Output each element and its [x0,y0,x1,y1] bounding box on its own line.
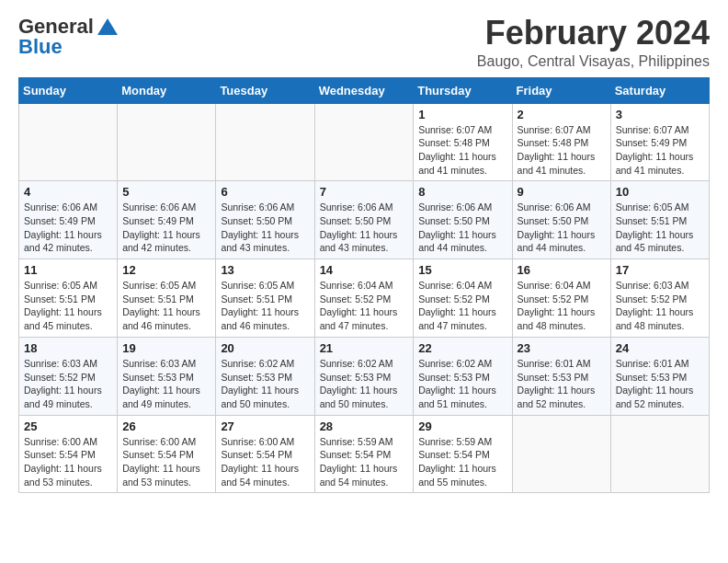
calendar-week-3: 11Sunrise: 6:05 AM Sunset: 5:51 PM Dayli… [19,259,710,338]
day-number: 10 [616,185,704,199]
day-number: 20 [221,341,309,355]
day-number: 8 [418,185,506,199]
day-number: 17 [616,263,704,277]
calendar-header-row: SundayMondayTuesdayWednesdayThursdayFrid… [19,77,710,103]
cell-info: Sunrise: 6:02 AM Sunset: 5:53 PM Dayligh… [320,357,409,411]
logo-icon [97,18,118,35]
cell-info: Sunrise: 5:59 AM Sunset: 5:54 PM Dayligh… [320,435,409,489]
cell-info: Sunrise: 6:07 AM Sunset: 5:48 PM Dayligh… [518,123,606,178]
cell-info: Sunrise: 6:02 AM Sunset: 5:53 PM Dayligh… [418,357,506,411]
cell-info: Sunrise: 6:04 AM Sunset: 5:52 PM Dayligh… [518,279,606,333]
calendar-cell: 12Sunrise: 6:05 AM Sunset: 5:51 PM Dayli… [118,259,216,338]
day-number: 29 [418,419,506,433]
weekday-header-tuesday: Tuesday [216,77,314,103]
calendar-cell: 20Sunrise: 6:02 AM Sunset: 5:53 PM Dayli… [216,337,314,415]
calendar-cell: 21Sunrise: 6:02 AM Sunset: 5:53 PM Dayli… [314,337,414,415]
calendar-cell: 4Sunrise: 6:06 AM Sunset: 5:49 PM Daylig… [19,181,118,259]
day-number: 1 [418,108,506,121]
calendar-cell: 29Sunrise: 5:59 AM Sunset: 5:54 PM Dayli… [414,415,512,493]
calendar-cell: 22Sunrise: 6:02 AM Sunset: 5:53 PM Dayli… [414,337,512,415]
cell-info: Sunrise: 6:02 AM Sunset: 5:53 PM Dayligh… [221,357,309,411]
calendar-week-1: 1Sunrise: 6:07 AM Sunset: 5:48 PM Daylig… [19,103,710,181]
month-title: February 2024 [477,15,710,52]
day-number: 11 [24,263,112,277]
cell-info: Sunrise: 6:01 AM Sunset: 5:53 PM Dayligh… [616,357,704,411]
day-number: 22 [418,341,506,355]
calendar-cell: 2Sunrise: 6:07 AM Sunset: 5:48 PM Daylig… [512,103,610,181]
cell-info: Sunrise: 6:05 AM Sunset: 5:51 PM Dayligh… [122,279,210,333]
day-number: 4 [24,185,112,199]
cell-info: Sunrise: 6:05 AM Sunset: 5:51 PM Dayligh… [221,279,309,333]
day-number: 26 [122,419,210,433]
calendar-cell: 1Sunrise: 6:07 AM Sunset: 5:48 PM Daylig… [414,103,512,181]
calendar-cell [610,415,709,493]
calendar-cell: 9Sunrise: 6:06 AM Sunset: 5:50 PM Daylig… [512,181,610,259]
cell-info: Sunrise: 6:00 AM Sunset: 5:54 PM Dayligh… [122,435,210,489]
page-header: General Blue February 2024 Baugo, Centra… [18,15,710,70]
cell-info: Sunrise: 6:06 AM Sunset: 5:49 PM Dayligh… [24,201,112,255]
day-number: 9 [518,185,606,199]
cell-info: Sunrise: 5:59 AM Sunset: 5:54 PM Dayligh… [418,435,506,489]
cell-info: Sunrise: 6:06 AM Sunset: 5:49 PM Dayligh… [122,201,210,255]
day-number: 19 [122,341,210,355]
cell-info: Sunrise: 6:03 AM Sunset: 5:52 PM Dayligh… [24,357,112,411]
day-number: 2 [518,108,606,121]
cell-info: Sunrise: 6:05 AM Sunset: 5:51 PM Dayligh… [24,279,112,333]
cell-info: Sunrise: 6:03 AM Sunset: 5:53 PM Dayligh… [122,357,210,411]
cell-info: Sunrise: 6:06 AM Sunset: 5:50 PM Dayligh… [518,201,606,255]
day-number: 13 [221,263,309,277]
weekday-header-saturday: Saturday [610,77,709,103]
calendar-cell: 18Sunrise: 6:03 AM Sunset: 5:52 PM Dayli… [19,337,118,415]
calendar-cell: 8Sunrise: 6:06 AM Sunset: 5:50 PM Daylig… [414,181,512,259]
calendar-cell: 27Sunrise: 6:00 AM Sunset: 5:54 PM Dayli… [216,415,314,493]
calendar-cell: 17Sunrise: 6:03 AM Sunset: 5:52 PM Dayli… [610,259,709,338]
weekday-header-wednesday: Wednesday [314,77,414,103]
cell-info: Sunrise: 6:06 AM Sunset: 5:50 PM Dayligh… [418,201,506,255]
calendar-cell: 26Sunrise: 6:00 AM Sunset: 5:54 PM Dayli… [118,415,216,493]
calendar-week-5: 25Sunrise: 6:00 AM Sunset: 5:54 PM Dayli… [19,415,710,493]
calendar-cell [118,103,216,181]
logo-blue: Blue [18,35,63,59]
title-area: February 2024 Baugo, Central Visayas, Ph… [477,15,710,70]
cell-info: Sunrise: 6:04 AM Sunset: 5:52 PM Dayligh… [320,279,409,333]
day-number: 14 [320,263,409,277]
day-number: 15 [418,263,506,277]
day-number: 23 [518,341,606,355]
calendar-table: SundayMondayTuesdayWednesdayThursdayFrid… [18,77,710,494]
cell-info: Sunrise: 6:07 AM Sunset: 5:48 PM Dayligh… [418,123,506,178]
day-number: 25 [24,419,112,433]
cell-info: Sunrise: 6:03 AM Sunset: 5:52 PM Dayligh… [616,279,704,333]
cell-info: Sunrise: 6:00 AM Sunset: 5:54 PM Dayligh… [221,435,309,489]
weekday-header-friday: Friday [512,77,610,103]
calendar-cell: 19Sunrise: 6:03 AM Sunset: 5:53 PM Dayli… [118,337,216,415]
calendar-cell: 15Sunrise: 6:04 AM Sunset: 5:52 PM Dayli… [414,259,512,338]
day-number: 5 [122,185,210,199]
day-number: 18 [24,341,112,355]
calendar-cell [216,103,314,181]
day-number: 21 [320,341,409,355]
calendar-cell: 25Sunrise: 6:00 AM Sunset: 5:54 PM Dayli… [19,415,118,493]
calendar-cell: 23Sunrise: 6:01 AM Sunset: 5:53 PM Dayli… [512,337,610,415]
cell-info: Sunrise: 6:07 AM Sunset: 5:49 PM Dayligh… [616,123,704,178]
calendar-cell: 24Sunrise: 6:01 AM Sunset: 5:53 PM Dayli… [610,337,709,415]
day-number: 28 [320,419,409,433]
weekday-header-sunday: Sunday [19,77,118,103]
calendar-cell [19,103,118,181]
calendar-cell [314,103,414,181]
calendar-week-2: 4Sunrise: 6:06 AM Sunset: 5:49 PM Daylig… [19,181,710,259]
calendar-cell: 16Sunrise: 6:04 AM Sunset: 5:52 PM Dayli… [512,259,610,338]
day-number: 27 [221,419,309,433]
cell-info: Sunrise: 6:00 AM Sunset: 5:54 PM Dayligh… [24,435,112,489]
calendar-cell: 3Sunrise: 6:07 AM Sunset: 5:49 PM Daylig… [610,103,709,181]
day-number: 3 [616,108,704,121]
calendar-cell: 10Sunrise: 6:05 AM Sunset: 5:51 PM Dayli… [610,181,709,259]
logo: General Blue [18,15,118,59]
cell-info: Sunrise: 6:05 AM Sunset: 5:51 PM Dayligh… [616,201,704,255]
day-number: 12 [122,263,210,277]
calendar-cell: 11Sunrise: 6:05 AM Sunset: 5:51 PM Dayli… [19,259,118,338]
calendar-week-4: 18Sunrise: 6:03 AM Sunset: 5:52 PM Dayli… [19,337,710,415]
weekday-header-thursday: Thursday [414,77,512,103]
cell-info: Sunrise: 6:06 AM Sunset: 5:50 PM Dayligh… [320,201,409,255]
day-number: 16 [518,263,606,277]
calendar-cell: 28Sunrise: 5:59 AM Sunset: 5:54 PM Dayli… [314,415,414,493]
